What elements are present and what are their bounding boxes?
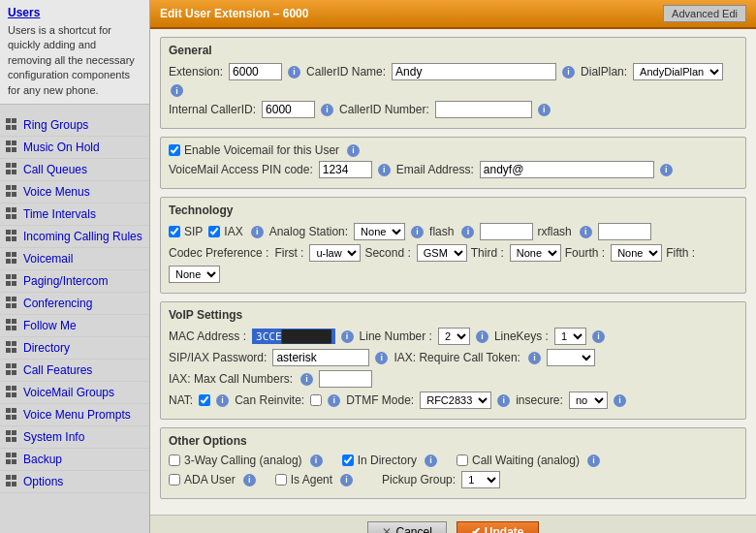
sidebar-item-conferencing[interactable]: Conferencing — [0, 293, 149, 315]
fifth-codec-label: Fifth : — [666, 246, 695, 260]
dtmf-select[interactable]: RFC2833infoinband — [420, 392, 491, 409]
iax-token-select[interactable]: yesno — [547, 349, 595, 366]
email-info-icon[interactable]: i — [660, 164, 673, 176]
reinvite-info-icon[interactable]: i — [328, 394, 340, 407]
dialplan-select[interactable]: AndyDialPlan — [633, 63, 723, 80]
grid-icon — [6, 163, 19, 176]
internal-callerid-info-icon[interactable]: i — [321, 104, 333, 116]
sidebar-item-directory[interactable]: Directory — [0, 337, 149, 360]
sidebar-users-desc: Users is a shortcut for quickly adding a… — [8, 23, 142, 98]
fifth-codec-select[interactable]: None — [169, 266, 220, 283]
iax-info-icon[interactable]: i — [251, 226, 264, 238]
analog-select[interactable]: None — [354, 223, 405, 240]
pin-info-icon[interactable]: i — [378, 164, 391, 176]
nat-info-icon[interactable]: i — [216, 394, 229, 407]
sidebar-item-voicemail-groups[interactable]: VoiceMail Groups — [0, 382, 149, 404]
update-icon: ✔ — [471, 525, 481, 533]
rxflash-input[interactable] — [598, 223, 651, 240]
other-row2: ADA User i Is Agent i Pickup Group: 12 — [169, 471, 738, 488]
extension-input[interactable] — [229, 63, 282, 80]
sidebar-item-voice-menus[interactable]: Voice Menus — [0, 181, 149, 204]
nat-checkbox[interactable] — [199, 394, 210, 406]
internal-callerid-input[interactable] — [262, 101, 315, 118]
sidebar-item-voicemail[interactable]: Voicemail — [0, 248, 149, 270]
dialplan-label: DialPlan: — [581, 65, 627, 78]
iax-token-info-icon[interactable]: i — [528, 352, 541, 364]
sidebar-users-link[interactable]: Users — [8, 6, 142, 19]
sidebar-item-label: Voice Menus — [23, 185, 90, 199]
flash-info-icon[interactable]: i — [461, 226, 474, 238]
indirectory-info-icon[interactable]: i — [425, 455, 437, 467]
second-codec-select[interactable]: GSM — [417, 244, 467, 262]
sidebar-item-call-queues[interactable]: Call Queues — [0, 159, 149, 181]
callerid-name-input[interactable] — [392, 63, 556, 80]
voicemail-info-icon[interactable]: i — [347, 144, 360, 157]
insecure-select[interactable]: noyes — [569, 392, 608, 409]
password-input[interactable] — [272, 349, 369, 366]
callerid-number-input[interactable] — [435, 101, 532, 118]
rxflash-info-icon[interactable]: i — [580, 226, 592, 238]
callwaiting-checkbox[interactable] — [457, 455, 468, 466]
sidebar-item-voice-menu-prompts[interactable]: Voice Menu Prompts — [0, 404, 149, 426]
cancel-button[interactable]: ✕ Cancel — [367, 521, 446, 533]
main-body: General Extension: i CallerID Name: i Di… — [150, 29, 756, 515]
mac-info-icon[interactable]: i — [341, 330, 354, 343]
sidebar-item-label: Backup — [23, 453, 62, 466]
isagent-checkbox[interactable] — [275, 474, 287, 486]
line-number-select[interactable]: 213 — [438, 328, 470, 345]
isagent-info-icon[interactable]: i — [340, 474, 353, 486]
sidebar-item-backup[interactable]: Backup — [0, 449, 149, 471]
insecure-info-icon[interactable]: i — [614, 394, 626, 407]
analog-info-icon[interactable]: i — [411, 226, 424, 238]
sidebar-item-system-info[interactable]: System Info — [0, 426, 149, 449]
sidebar-item-ring-groups[interactable]: Ring Groups — [0, 114, 149, 137]
ada-checkbox[interactable] — [169, 474, 180, 486]
enable-voicemail-checkbox[interactable] — [169, 144, 180, 156]
sidebar-item-time-intervals[interactable]: Time Intervals — [0, 204, 149, 226]
password-info-icon[interactable]: i — [375, 352, 388, 364]
dtmf-info-icon[interactable]: i — [497, 394, 510, 407]
max-calls-info-icon[interactable]: i — [300, 373, 313, 386]
linekeys-info-icon[interactable]: i — [592, 330, 605, 343]
bottom-buttons: ✕ Cancel ✔ Update — [150, 515, 756, 533]
callwaiting-info-icon[interactable]: i — [587, 455, 600, 467]
advanced-edit-button[interactable]: Advanced Edi — [663, 5, 746, 22]
max-calls-input[interactable] — [319, 370, 372, 388]
technology-title: Technology — [169, 204, 738, 217]
tech-row1: SIP IAX i Analog Station: None i flash i… — [169, 223, 738, 240]
sidebar-item-paging-intercom[interactable]: Paging/Intercom — [0, 270, 149, 293]
line-number-info-icon[interactable]: i — [476, 330, 488, 343]
dtmf-label: DTMF Mode: — [346, 393, 414, 407]
pickupgroup-select[interactable]: 12 — [461, 471, 500, 488]
sip-checkbox[interactable] — [169, 226, 180, 237]
reinvite-checkbox[interactable] — [310, 394, 322, 406]
general-row1: Extension: i CallerID Name: i DialPlan: … — [169, 63, 738, 97]
linekeys-select[interactable]: 12 — [554, 328, 586, 345]
update-button[interactable]: ✔ Update — [457, 521, 539, 533]
sidebar-item-music-on-hold[interactable]: Music On Hold — [0, 137, 149, 159]
callerid-name-label: CallerID Name: — [306, 65, 386, 78]
email-input[interactable] — [480, 161, 654, 178]
sidebar-item-incoming-calling-rules[interactable]: Incoming Calling Rules — [0, 226, 149, 248]
sidebar-item-call-features[interactable]: Call Features — [0, 360, 149, 382]
cancel-icon: ✕ — [382, 525, 392, 533]
pickupgroup-label: Pickup Group: — [382, 473, 456, 486]
fourth-codec-select[interactable]: None — [611, 244, 662, 262]
sidebar-item-follow-me[interactable]: Follow Me — [0, 315, 149, 337]
indirectory-label: In Directory — [358, 454, 417, 467]
indirectory-checkbox[interactable] — [342, 455, 354, 466]
flash-input[interactable] — [480, 223, 533, 240]
threeway-checkbox[interactable] — [169, 455, 180, 466]
first-codec-select[interactable]: u-law — [309, 244, 361, 262]
callerid-name-info-icon[interactable]: i — [562, 66, 575, 78]
iax-checkbox[interactable] — [208, 226, 220, 237]
grid-icon — [6, 118, 19, 132]
pin-input[interactable] — [319, 161, 372, 178]
third-codec-select[interactable]: None — [510, 244, 561, 262]
extension-info-icon[interactable]: i — [288, 66, 300, 78]
threeway-info-icon[interactable]: i — [310, 455, 323, 467]
ada-info-icon[interactable]: i — [243, 474, 256, 486]
callerid-number-info-icon[interactable]: i — [538, 104, 551, 116]
sidebar-item-options[interactable]: Options — [0, 471, 149, 493]
dialplan-info-icon[interactable]: i — [171, 84, 183, 97]
